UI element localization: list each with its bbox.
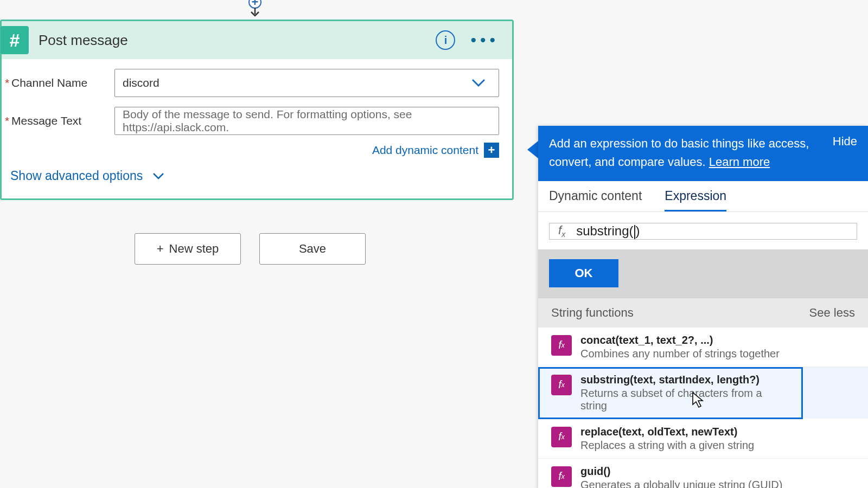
function-signature: guid() xyxy=(580,465,782,478)
function-item[interactable]: fxguid()Generates a globally unique stri… xyxy=(538,459,868,488)
function-description: Combines any number of strings together xyxy=(580,348,780,360)
panel-intro-text: Add an expression to do basic things lik… xyxy=(549,134,820,171)
new-step-button[interactable]: + New step xyxy=(135,233,241,265)
category-toggle-link[interactable]: See less xyxy=(809,306,855,320)
card-header[interactable]: # Post message i ••• xyxy=(2,21,512,59)
category-title: String functions xyxy=(551,306,634,320)
function-description: Generates a globally unique string (GUID… xyxy=(580,479,782,488)
flow-connector: + xyxy=(247,0,263,17)
card-body: * Channel Name discord * Message Text Bo… xyxy=(2,59,512,198)
add-dynamic-content-row: Add dynamic content + xyxy=(6,143,499,158)
row-message-text: * Message Text Body of the message to se… xyxy=(6,107,499,135)
function-item[interactable]: fxconcat(text_1, text_2?, ...)Combines a… xyxy=(538,328,868,367)
plus-icon: + xyxy=(157,242,164,256)
message-text-placeholder: Body of the message to send. For formatt… xyxy=(123,108,491,134)
expression-value: substring() xyxy=(576,223,640,239)
dynamic-content-panel: Add an expression to do basic things lik… xyxy=(538,126,868,488)
required-asterisk: * xyxy=(5,114,9,127)
expression-input[interactable]: fx substring() xyxy=(549,223,857,240)
function-description: Returns a subset of characters from a st… xyxy=(580,387,790,412)
panel-tabs: Dynamic content Expression xyxy=(538,181,868,212)
fx-icon: fx xyxy=(558,223,565,239)
hide-panel-link[interactable]: Hide xyxy=(833,134,857,149)
row-channel-name: * Channel Name discord xyxy=(6,69,499,97)
learn-more-link[interactable]: Learn more xyxy=(709,155,770,169)
function-item[interactable]: fxsubstring(text, startIndex, length?)Re… xyxy=(538,367,803,419)
mouse-cursor-icon xyxy=(692,391,706,409)
arrow-down-icon xyxy=(249,8,261,17)
label-channel-name: * Channel Name xyxy=(6,76,114,89)
function-signature: replace(text, oldText, newText) xyxy=(580,426,754,438)
category-string-functions[interactable]: String functions See less xyxy=(538,298,868,328)
tab-expression[interactable]: Expression xyxy=(665,189,726,211)
designer-footer-buttons: + New step Save xyxy=(135,233,366,265)
channel-name-value: discord xyxy=(123,76,159,89)
expression-ok-bar: OK xyxy=(538,249,868,298)
info-icon[interactable]: i xyxy=(436,30,455,50)
slack-connector-icon: # xyxy=(1,26,29,54)
fx-badge-icon: fx xyxy=(551,427,572,447)
save-button[interactable]: Save xyxy=(259,233,366,265)
fx-badge-icon: fx xyxy=(551,335,572,356)
channel-name-select[interactable]: discord xyxy=(114,69,499,97)
ok-button[interactable]: OK xyxy=(549,259,618,287)
fx-badge-icon: fx xyxy=(551,466,572,487)
show-advanced-options-link[interactable]: Show advanced options xyxy=(6,168,499,185)
message-text-input[interactable]: Body of the message to send. For formatt… xyxy=(114,107,499,135)
function-signature: concat(text_1, text_2?, ...) xyxy=(580,334,780,346)
chevron-down-icon xyxy=(471,79,486,87)
label-message-text: * Message Text xyxy=(6,114,114,127)
chevron-down-icon xyxy=(152,172,164,180)
panel-pointer xyxy=(527,141,538,158)
text-caret xyxy=(634,225,635,239)
fx-badge-icon: fx xyxy=(551,375,572,395)
tab-dynamic-content[interactable]: Dynamic content xyxy=(549,189,642,211)
more-menu-icon[interactable]: ••• xyxy=(470,32,499,48)
function-description: Replaces a string with a given string xyxy=(580,439,754,452)
add-dynamic-content-link[interactable]: Add dynamic content xyxy=(372,144,478,157)
required-asterisk: * xyxy=(5,76,9,89)
action-card-post-message: # Post message i ••• * Channel Name disc… xyxy=(0,20,514,200)
add-dynamic-content-plus-icon[interactable]: + xyxy=(484,143,499,158)
card-title: Post message xyxy=(39,32,436,49)
panel-header: Add an expression to do basic things lik… xyxy=(538,126,868,181)
function-signature: substring(text, startIndex, length?) xyxy=(580,374,790,386)
function-item[interactable]: fxreplace(text, oldText, newText)Replace… xyxy=(538,419,868,459)
